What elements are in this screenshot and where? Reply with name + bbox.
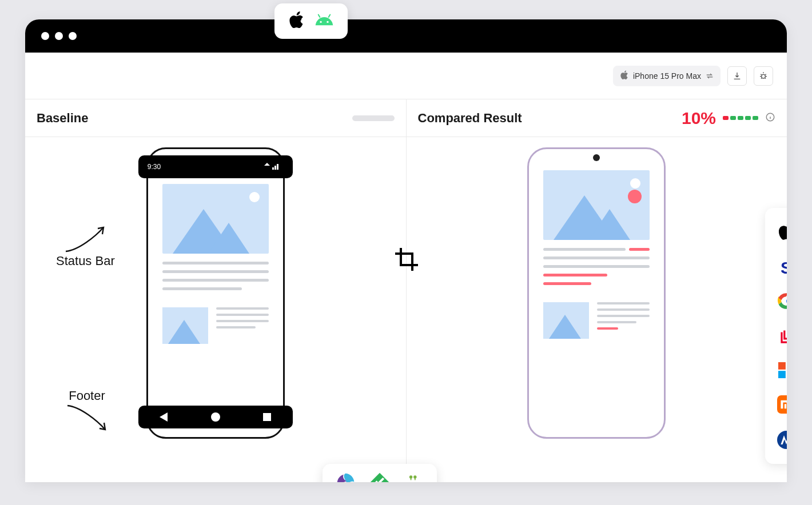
svg-point-0 [762, 74, 766, 78]
thumb-row [162, 307, 269, 344]
nav-back-icon[interactable] [160, 412, 168, 422]
apple-icon [620, 70, 628, 82]
oneplus-brand-icon[interactable] [777, 327, 787, 347]
microsoft-brand-icon[interactable] [778, 362, 787, 380]
baseline-pill [352, 115, 395, 121]
svg-rect-2 [274, 166, 276, 170]
svg-rect-1 [272, 167, 274, 170]
svg-point-16 [320, 21, 321, 23]
comparison-columns: Baseline Status Bar Footer 9:30 [25, 99, 787, 482]
nav-recent-icon[interactable] [263, 413, 271, 421]
crop-icon[interactable] [393, 246, 420, 275]
checkmark-icon[interactable] [369, 472, 390, 482]
nav-home-icon[interactable] [211, 412, 220, 422]
baseline-content [162, 184, 269, 399]
swap-icon [706, 72, 714, 80]
text-lines-diff [543, 248, 650, 285]
status-time: 9:30 [148, 163, 161, 171]
thumb-lines [216, 307, 269, 344]
camera-notch [593, 154, 600, 161]
baseline-phone: 9:30 [146, 147, 285, 439]
status-bar-label: Status Bar [56, 254, 115, 268]
info-icon[interactable] [765, 111, 775, 126]
appium-icon[interactable] [335, 472, 356, 482]
bug-button[interactable] [754, 66, 773, 86]
compared-header: Compared Result 10% [407, 99, 787, 137]
svg-point-17 [327, 21, 328, 23]
baseline-header: Baseline [25, 99, 406, 137]
compared-title: Compared Result [418, 111, 522, 126]
status-bar-annotation: Status Bar [56, 223, 115, 268]
thumb-row-diff [543, 302, 650, 339]
motorola-brand-icon[interactable] [777, 431, 787, 451]
window-dot-max[interactable] [69, 32, 77, 40]
device-selector-chip[interactable]: iPhone 15 Pro Max [613, 66, 721, 86]
baseline-phone-area: Status Bar Footer 9:30 [25, 137, 406, 482]
status-bar-overlay: 9:30 [138, 155, 293, 178]
bottom-framework-pill [323, 464, 437, 482]
compared-content [543, 170, 650, 416]
espresso-icon[interactable] [404, 472, 424, 482]
baseline-title: Baseline [37, 111, 89, 126]
diff-percent: 10% [682, 109, 716, 128]
android-platform-icon[interactable] [315, 11, 334, 31]
hero-image-diff [543, 170, 650, 240]
svg-rect-15 [415, 478, 416, 480]
apple-platform-icon[interactable] [288, 11, 304, 31]
platform-pill [274, 3, 348, 39]
compared-column: Compared Result 10% [407, 99, 787, 482]
footer-label: Footer [69, 388, 105, 403]
title-bar [25, 19, 787, 53]
svg-rect-5 [778, 362, 786, 370]
baseline-column: Baseline Status Bar Footer 9:30 [25, 99, 407, 482]
thumb-image [162, 307, 208, 344]
xiaomi-brand-icon[interactable] [777, 395, 787, 416]
svg-rect-14 [411, 478, 412, 480]
window-dot-min[interactable] [55, 32, 63, 40]
thumb-image [543, 302, 589, 339]
toolbar: iPhone 15 Pro Max [25, 53, 787, 99]
hero-image [162, 184, 269, 254]
arrow-up-icon [61, 223, 109, 254]
download-button[interactable] [727, 66, 747, 86]
samsung-brand-icon[interactable]: S [781, 258, 787, 278]
device-chip-label: iPhone 15 Pro Max [633, 71, 701, 81]
google-brand-icon[interactable] [778, 292, 787, 312]
status-icons [264, 163, 284, 171]
diff-scale [723, 116, 758, 120]
text-lines [162, 262, 269, 290]
arrow-down-icon [63, 403, 111, 434]
thumb-lines-diff [597, 302, 650, 339]
svg-rect-3 [277, 164, 278, 170]
window-dot-close[interactable] [41, 32, 49, 40]
footer-nav-overlay [138, 406, 293, 428]
compared-phone [527, 147, 666, 439]
compared-phone-area [407, 137, 787, 482]
svg-rect-7 [778, 371, 786, 378]
brand-rail: S [765, 208, 787, 464]
apple-brand-icon[interactable] [777, 221, 787, 243]
browser-window: iPhone 15 Pro Max Baseline Status Bar [25, 19, 787, 482]
footer-annotation: Footer [63, 388, 111, 434]
